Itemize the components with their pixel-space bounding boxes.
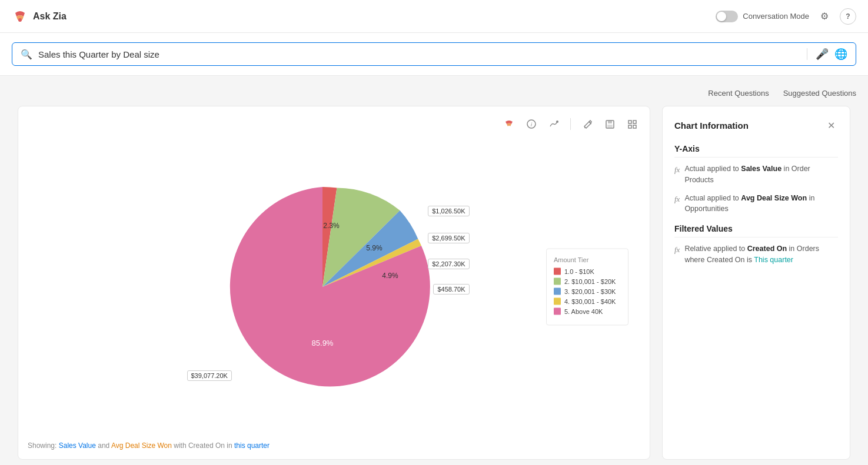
fx-icon-3: fx	[674, 244, 680, 256]
search-icon: 🔍	[21, 49, 32, 60]
header: Ask Zia Conversation Mode ⚙ ?	[0, 0, 868, 33]
pie-chart: 2.3% 5.9% 4.9% 85.9%	[211, 163, 458, 410]
value-label-20k: $2,699.50K	[428, 233, 469, 243]
filtered-prefix: Relative applied to	[684, 245, 747, 253]
search-bar-container: 🔍 🎤 🌐	[0, 33, 868, 76]
svg-text:2.3%: 2.3%	[323, 222, 340, 230]
zia-toolbar-icon[interactable]	[501, 116, 517, 132]
svg-text:5.9%: 5.9%	[366, 244, 383, 252]
y-axis-item-1-text: Actual applied to Sales Value in Order P…	[684, 163, 838, 186]
chart-area: 2.3% 5.9% 4.9% 85.9% $1,026.50K $2,699.5…	[28, 139, 640, 434]
filtered-highlight[interactable]: This quarter	[754, 256, 793, 264]
logo-icon	[12, 8, 28, 25]
legend-item-4: 4. $30,001 - $40K	[554, 298, 621, 305]
chart-footer: Showing: Sales Value and Avg Deal Size W…	[28, 434, 640, 450]
svg-rect-5	[608, 121, 612, 123]
filtered-bold1: Created On	[747, 245, 787, 253]
info-toolbar-button[interactable]: i	[523, 116, 540, 132]
settings-button[interactable]: ⚙	[816, 8, 833, 25]
legend-title: Amount Tier	[554, 256, 621, 263]
toolbar-divider	[570, 118, 571, 130]
y-axis-item-2-text: Actual applied to Avg Deal Size Won in O…	[684, 193, 838, 215]
save-toolbar-button[interactable]	[601, 116, 618, 132]
this-quarter-link[interactable]: this quarter	[234, 441, 270, 450]
conversation-mode-label: Conversation Mode	[743, 12, 809, 21]
filtered-values-section-title: Filtered Values	[674, 224, 838, 237]
legend-color-5	[554, 308, 561, 315]
and-text: and	[98, 441, 109, 450]
svg-rect-7	[628, 121, 631, 123]
search-input[interactable]	[38, 49, 799, 59]
info-panel: Chart Information ✕ Y-Axis fx Actual app…	[662, 106, 850, 460]
with-text: with	[174, 441, 186, 450]
chart-legend: Amount Tier 1.0 - $10K 2. $10,001 - $20K…	[546, 249, 628, 326]
y-axis-1-prefix: Actual applied to	[684, 165, 739, 173]
trend-toolbar-button[interactable]	[546, 116, 562, 132]
app-title: Ask Zia	[33, 11, 66, 22]
svg-text:4.9%: 4.9%	[382, 272, 398, 280]
tabs-and-content: Recent Questions Suggested Questions i	[0, 76, 868, 465]
in-text: in	[227, 441, 232, 450]
value-label-above40k: $39,077.20K	[187, 370, 232, 381]
y-axis-2-prefix: Actual applied to	[684, 194, 739, 202]
pie-container: 2.3% 5.9% 4.9% 85.9% $1,026.50K $2,699.5…	[211, 163, 458, 410]
y-axis-1-bold: Sales Value	[741, 165, 781, 173]
svg-rect-6	[607, 125, 613, 128]
legend-item-5: 5. Above 40K	[554, 308, 621, 315]
search-bar: 🔍 🎤 🌐	[12, 42, 856, 66]
legend-item-1: 1.0 - $10K	[554, 268, 621, 275]
globe-button[interactable]: 🌐	[834, 48, 847, 61]
tab-recent-questions[interactable]: Recent Questions	[708, 89, 769, 100]
search-divider	[807, 48, 807, 60]
showing-label: Showing:	[28, 441, 56, 450]
edit-toolbar-button[interactable]	[579, 116, 596, 132]
legend-label-3: 3. $20,001 - $30K	[564, 288, 616, 295]
info-panel-header: Chart Information ✕	[674, 118, 838, 132]
legend-item-2: 2. $10,001 - $20K	[554, 278, 621, 285]
chart-panel: i	[18, 106, 650, 460]
help-button[interactable]: ?	[840, 8, 856, 25]
filtered-item-text: Relative applied to Created On in Orders…	[684, 243, 838, 266]
y-axis-item-1: fx Actual applied to Sales Value in Orde…	[674, 163, 838, 186]
legend-label-2: 2. $10,001 - $20K	[564, 278, 616, 285]
mic-button[interactable]: 🎤	[816, 48, 829, 61]
created-on-link[interactable]: Created On	[188, 441, 225, 450]
conversation-mode-toggle-container: Conversation Mode	[716, 11, 809, 22]
legend-label-5: 5. Above 40K	[564, 308, 603, 315]
svg-text:85.9%: 85.9%	[311, 339, 333, 347]
tab-suggested-questions[interactable]: Suggested Questions	[783, 89, 856, 100]
y-axis-2-bold: Avg Deal Size Won	[741, 194, 807, 202]
info-panel-close-button[interactable]: ✕	[824, 118, 838, 132]
filtered-item: fx Relative applied to Created On in Ord…	[674, 243, 838, 266]
value-label-40k: $458.70K	[433, 284, 469, 295]
svg-rect-9	[628, 125, 631, 128]
legend-color-3	[554, 288, 561, 295]
chart-toolbar: i	[28, 116, 640, 132]
nav-tabs: Recent Questions Suggested Questions	[0, 82, 868, 100]
value-label-30k: $2,207.30K	[428, 259, 469, 269]
grid-toolbar-button[interactable]	[624, 116, 640, 132]
header-left: Ask Zia	[12, 8, 66, 25]
legend-color-4	[554, 298, 561, 305]
fx-icon-1: fx	[674, 164, 680, 176]
legend-color-2	[554, 278, 561, 285]
y-axis-section-title: Y-Axis	[674, 144, 838, 158]
sales-value-link[interactable]: Sales Value	[59, 441, 96, 450]
legend-item-3: 3. $20,001 - $30K	[554, 288, 621, 295]
panels-row: i	[0, 100, 868, 465]
avg-deal-link[interactable]: Avg Deal Size Won	[111, 441, 172, 450]
header-right: Conversation Mode ⚙ ?	[716, 8, 856, 25]
legend-label-1: 1.0 - $10K	[564, 268, 594, 275]
svg-rect-8	[633, 121, 636, 123]
conversation-mode-toggle[interactable]	[716, 11, 738, 22]
svg-point-0	[18, 18, 22, 22]
value-label-10k: $1,026.50K	[428, 206, 469, 216]
legend-color-1	[554, 268, 561, 275]
svg-text:i: i	[531, 122, 533, 128]
svg-rect-10	[633, 125, 636, 128]
info-panel-title: Chart Information	[674, 121, 749, 131]
svg-point-3	[556, 121, 558, 123]
fx-icon-2: fx	[674, 193, 680, 205]
y-axis-item-2: fx Actual applied to Avg Deal Size Won i…	[674, 193, 838, 215]
legend-label-4: 4. $30,001 - $40K	[564, 298, 616, 305]
